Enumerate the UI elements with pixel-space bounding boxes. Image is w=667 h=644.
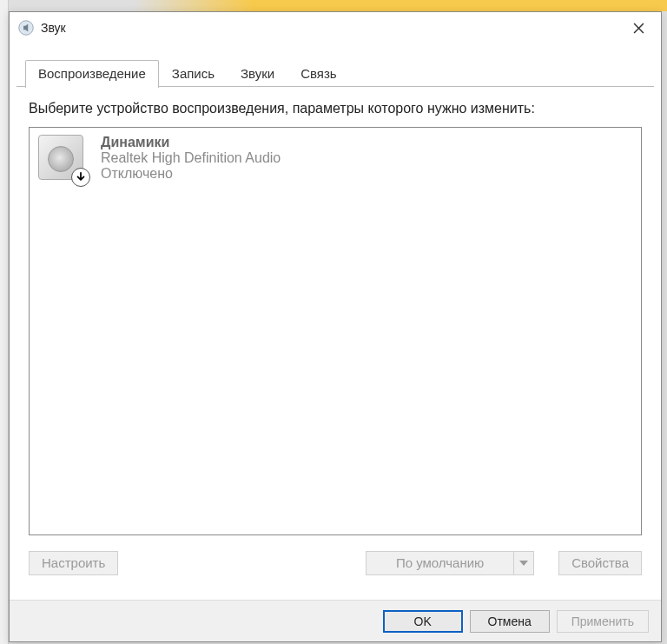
ok-button[interactable]: OK [383, 610, 463, 633]
tab-playback[interactable]: Воспроизведение [25, 60, 159, 88]
tab-button-row: Настроить По умолчанию Свойства [29, 551, 642, 575]
device-item[interactable]: Динамики Realtek High Definition Audio О… [33, 131, 637, 190]
speaker-icon [38, 135, 87, 183]
dialog-footer: OK Отмена Применить [10, 600, 661, 641]
device-status: Отключено [101, 166, 281, 182]
set-default-button[interactable]: По умолчанию [366, 551, 513, 575]
apply-button[interactable]: Применить [557, 610, 649, 633]
tab-sounds[interactable]: Звуки [228, 60, 287, 87]
background-app-panel [0, 0, 9, 644]
tab-strip: Воспроизведение Запись Звуки Связь [10, 43, 661, 87]
client-area: Воспроизведение Запись Звуки Связь Выбер… [10, 43, 661, 641]
tab-recording[interactable]: Запись [159, 60, 228, 87]
device-driver: Realtek High Definition Audio [101, 150, 281, 166]
sound-dialog: Звук Воспроизведение Запись Звуки Связь … [9, 11, 662, 642]
sound-icon [18, 20, 34, 36]
device-text: Динамики Realtek High Definition Audio О… [101, 135, 281, 182]
tab-communications[interactable]: Связь [287, 60, 349, 87]
titlebar-title: Звук [41, 21, 619, 35]
cancel-button[interactable]: Отмена [470, 610, 550, 633]
close-button[interactable] [619, 15, 657, 41]
disabled-overlay-icon [71, 168, 90, 187]
titlebar[interactable]: Звук [10, 12, 661, 43]
device-list[interactable]: Динамики Realtek High Definition Audio О… [29, 127, 642, 535]
background-app-ribbon [0, 0, 667, 11]
configure-button[interactable]: Настроить [29, 551, 118, 575]
set-default-dropdown[interactable] [513, 551, 534, 575]
tab-playback-body: Выберите устройство воспроизведения, пар… [10, 87, 661, 586]
device-name: Динамики [101, 135, 281, 150]
set-default-split-button[interactable]: По умолчанию [366, 551, 534, 575]
instructions-text: Выберите устройство воспроизведения, пар… [29, 99, 642, 118]
properties-button[interactable]: Свойства [558, 551, 642, 575]
